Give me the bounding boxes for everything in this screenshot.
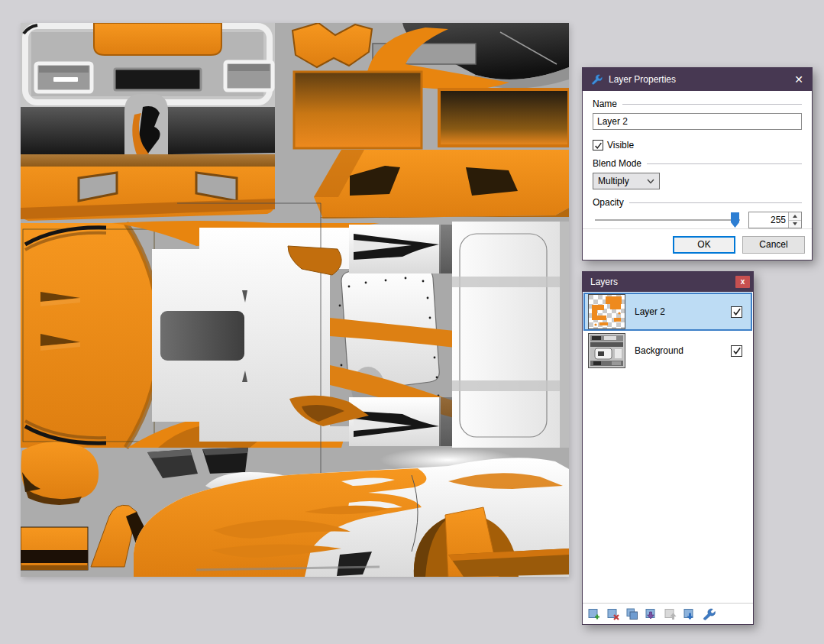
merge-down-button[interactable] [645,607,658,621]
layers-panel-titlebar[interactable]: Layers x [583,272,753,292]
layers-toolbar [583,603,753,624]
spin-up-button[interactable] [789,212,801,220]
layer-visible-checkbox[interactable] [731,306,742,318]
layer-thumbnail [588,333,625,368]
blend-mode-label: Blend Mode [593,158,641,169]
group-rule [629,202,802,203]
blend-mode-select[interactable]: Multiply [593,173,660,189]
opacity-slider-thumb[interactable] [731,212,739,228]
move-layer-down-button[interactable] [683,607,696,621]
wrench-icon [702,607,716,621]
layer-properties-dialog: Layer Properties ✕ Name Visible Blend Mo… [582,67,813,261]
name-label: Name [593,99,617,109]
delete-layer-button[interactable] [606,607,620,621]
add-layer-button[interactable] [587,607,601,621]
layers-panel-title: Layers [590,277,618,287]
layers-close-button[interactable]: x [735,276,750,288]
ok-button[interactable]: OK [673,236,735,254]
layer-row-layer2[interactable]: Layer 2 [583,293,752,331]
opacity-slider[interactable] [593,212,742,228]
layers-panel: Layers x [582,271,754,625]
layer-properties-button[interactable] [702,607,716,621]
opacity-value[interactable]: 255 [749,212,788,228]
layer-row-background[interactable]: Background [583,332,752,370]
dialog-titlebar[interactable]: Layer Properties ✕ [583,68,812,91]
wrench-icon [590,73,603,86]
visible-checkbox[interactable] [593,140,603,150]
layer-name: Background [635,345,683,356]
opacity-label: Opacity [593,197,624,208]
opacity-spinbox[interactable]: 255 [748,212,802,228]
checkmark-icon [594,141,603,150]
checkmark-icon [732,307,742,316]
move-layer-up-button[interactable] [664,607,677,621]
cancel-button[interactable]: Cancel [742,236,805,254]
duplicate-layer-button[interactable] [625,607,639,621]
triangle-down-icon [793,222,797,225]
layer-visible-checkbox[interactable] [731,345,742,357]
triangle-up-icon [793,215,797,218]
name-input[interactable] [593,113,802,130]
blend-mode-value: Multiply [598,176,647,186]
group-rule [647,163,802,164]
texture-canvas[interactable] [21,23,569,577]
visible-label: Visible [607,140,634,150]
checkmark-icon [732,346,742,355]
layer-thumbnail [588,294,625,329]
close-icon[interactable]: ✕ [786,68,812,91]
slider-track[interactable] [595,219,740,221]
dialog-title: Layer Properties [609,74,676,85]
chevron-down-icon [647,179,654,184]
layer-name: Layer 2 [635,306,665,317]
car-texture-image [21,23,569,577]
group-rule [622,104,802,105]
spin-down-button[interactable] [789,220,801,228]
